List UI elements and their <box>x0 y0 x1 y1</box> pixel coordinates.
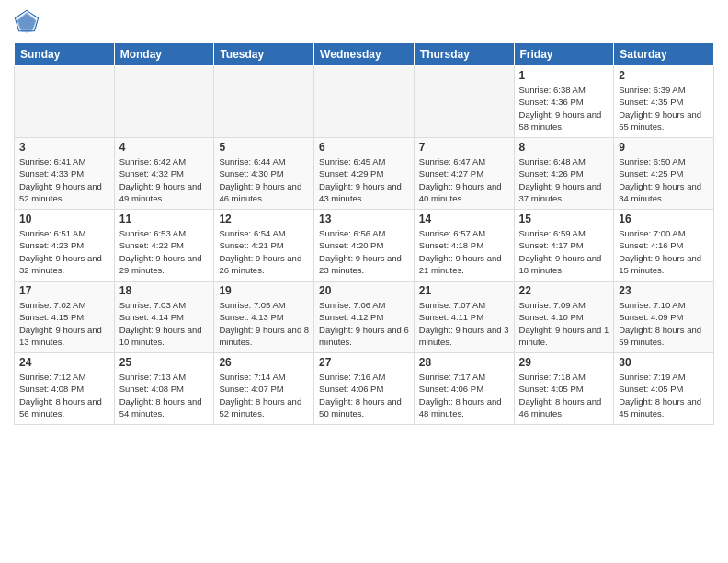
day-info: Sunrise: 7:06 AMSunset: 4:12 PMDaylight:… <box>319 299 409 348</box>
day-number: 22 <box>519 284 609 297</box>
calendar-week-row: 1Sunrise: 6:38 AMSunset: 4:36 PMDaylight… <box>15 66 714 138</box>
day-info: Sunrise: 6:42 AMSunset: 4:32 PMDaylight:… <box>119 155 210 204</box>
day-number: 9 <box>619 141 709 154</box>
calendar-cell: 7Sunrise: 6:47 AMSunset: 4:27 PMDaylight… <box>414 138 514 210</box>
day-number: 24 <box>19 356 109 369</box>
day-number: 30 <box>619 356 709 369</box>
day-info: Sunrise: 6:41 AMSunset: 4:33 PMDaylight:… <box>19 155 109 204</box>
day-info: Sunrise: 6:57 AMSunset: 4:18 PMDaylight:… <box>419 227 509 276</box>
calendar-cell: 6Sunrise: 6:45 AMSunset: 4:29 PMDaylight… <box>314 138 415 210</box>
day-info: Sunrise: 6:45 AMSunset: 4:29 PMDaylight:… <box>319 155 409 204</box>
calendar-cell: 24Sunrise: 7:12 AMSunset: 4:08 PMDayligh… <box>15 353 115 425</box>
calendar-week-row: 24Sunrise: 7:12 AMSunset: 4:08 PMDayligh… <box>15 353 714 425</box>
day-info: Sunrise: 6:54 AMSunset: 4:21 PMDaylight:… <box>219 227 309 276</box>
day-number: 18 <box>119 284 210 297</box>
day-number: 12 <box>219 213 309 225</box>
calendar-cell: 17Sunrise: 7:02 AMSunset: 4:15 PMDayligh… <box>15 282 115 353</box>
day-number: 16 <box>619 213 709 225</box>
day-info: Sunrise: 6:50 AMSunset: 4:25 PMDaylight:… <box>619 155 709 204</box>
day-number: 28 <box>419 356 509 369</box>
calendar-week-row: 10Sunrise: 6:51 AMSunset: 4:23 PMDayligh… <box>15 210 714 282</box>
day-info: Sunrise: 7:12 AMSunset: 4:08 PMDaylight:… <box>19 371 109 419</box>
day-info: Sunrise: 7:10 AMSunset: 4:09 PMDaylight:… <box>619 299 709 348</box>
weekday-header: Thursday <box>414 43 514 66</box>
weekday-header: Tuesday <box>214 43 314 66</box>
day-info: Sunrise: 6:59 AMSunset: 4:17 PMDaylight:… <box>519 227 609 276</box>
calendar-cell: 2Sunrise: 6:39 AMSunset: 4:35 PMDaylight… <box>614 66 714 138</box>
day-number: 19 <box>219 284 309 297</box>
day-info: Sunrise: 7:05 AMSunset: 4:13 PMDaylight:… <box>219 299 309 348</box>
calendar-cell: 20Sunrise: 7:06 AMSunset: 4:12 PMDayligh… <box>314 282 415 353</box>
day-info: Sunrise: 6:39 AMSunset: 4:35 PMDaylight:… <box>619 84 709 132</box>
page-container: SundayMondayTuesdayWednesdayThursdayFrid… <box>0 0 728 430</box>
day-number: 6 <box>319 141 409 154</box>
day-number: 10 <box>19 213 109 225</box>
calendar-cell: 10Sunrise: 6:51 AMSunset: 4:23 PMDayligh… <box>15 210 115 282</box>
day-number: 15 <box>519 213 609 225</box>
calendar-cell <box>114 66 214 138</box>
calendar-cell: 19Sunrise: 7:05 AMSunset: 4:13 PMDayligh… <box>214 282 314 353</box>
calendar-cell: 5Sunrise: 6:44 AMSunset: 4:30 PMDaylight… <box>214 138 314 210</box>
day-number: 27 <box>319 356 409 369</box>
day-info: Sunrise: 7:02 AMSunset: 4:15 PMDaylight:… <box>19 299 109 348</box>
day-info: Sunrise: 6:51 AMSunset: 4:23 PMDaylight:… <box>19 227 109 276</box>
day-number: 13 <box>319 213 409 225</box>
calendar-cell: 28Sunrise: 7:17 AMSunset: 4:06 PMDayligh… <box>414 353 514 425</box>
day-info: Sunrise: 7:09 AMSunset: 4:10 PMDaylight:… <box>519 299 609 348</box>
calendar-cell: 8Sunrise: 6:48 AMSunset: 4:26 PMDaylight… <box>514 138 614 210</box>
day-number: 20 <box>319 284 409 297</box>
calendar-cell: 22Sunrise: 7:09 AMSunset: 4:10 PMDayligh… <box>514 282 614 353</box>
day-number: 17 <box>19 284 109 297</box>
day-number: 29 <box>519 356 609 369</box>
day-number: 14 <box>419 213 509 225</box>
day-info: Sunrise: 7:14 AMSunset: 4:07 PMDaylight:… <box>219 371 309 419</box>
calendar-cell: 9Sunrise: 6:50 AMSunset: 4:25 PMDaylight… <box>614 138 714 210</box>
calendar-cell: 4Sunrise: 6:42 AMSunset: 4:32 PMDaylight… <box>114 138 214 210</box>
calendar-cell: 29Sunrise: 7:18 AMSunset: 4:05 PMDayligh… <box>514 353 614 425</box>
weekday-header: Sunday <box>15 43 115 66</box>
calendar-week-row: 17Sunrise: 7:02 AMSunset: 4:15 PMDayligh… <box>15 282 714 353</box>
day-info: Sunrise: 6:48 AMSunset: 4:26 PMDaylight:… <box>519 155 609 204</box>
day-number: 25 <box>119 356 210 369</box>
day-info: Sunrise: 6:47 AMSunset: 4:27 PMDaylight:… <box>419 155 509 204</box>
weekday-header: Wednesday <box>314 43 415 66</box>
calendar-cell: 30Sunrise: 7:19 AMSunset: 4:05 PMDayligh… <box>614 353 714 425</box>
calendar-week-row: 3Sunrise: 6:41 AMSunset: 4:33 PMDaylight… <box>15 138 714 210</box>
day-number: 2 <box>619 69 709 82</box>
calendar-cell: 27Sunrise: 7:16 AMSunset: 4:06 PMDayligh… <box>314 353 415 425</box>
day-info: Sunrise: 7:18 AMSunset: 4:05 PMDaylight:… <box>519 371 609 419</box>
logo-icon <box>14 9 40 35</box>
calendar-cell: 25Sunrise: 7:13 AMSunset: 4:08 PMDayligh… <box>114 353 214 425</box>
day-number: 7 <box>419 141 509 154</box>
calendar-cell: 18Sunrise: 7:03 AMSunset: 4:14 PMDayligh… <box>114 282 214 353</box>
day-number: 4 <box>119 141 210 154</box>
calendar-cell <box>15 66 115 138</box>
day-number: 23 <box>619 284 709 297</box>
day-info: Sunrise: 7:03 AMSunset: 4:14 PMDaylight:… <box>119 299 210 348</box>
day-info: Sunrise: 6:53 AMSunset: 4:22 PMDaylight:… <box>119 227 210 276</box>
calendar-table: SundayMondayTuesdayWednesdayThursdayFrid… <box>14 42 714 425</box>
calendar-header-row: SundayMondayTuesdayWednesdayThursdayFrid… <box>15 43 714 66</box>
calendar-cell <box>414 66 514 138</box>
calendar-cell: 11Sunrise: 6:53 AMSunset: 4:22 PMDayligh… <box>114 210 214 282</box>
day-number: 21 <box>419 284 509 297</box>
day-info: Sunrise: 7:13 AMSunset: 4:08 PMDaylight:… <box>119 371 210 419</box>
day-info: Sunrise: 7:00 AMSunset: 4:16 PMDaylight:… <box>619 227 709 276</box>
day-number: 3 <box>19 141 109 154</box>
calendar-cell: 12Sunrise: 6:54 AMSunset: 4:21 PMDayligh… <box>214 210 314 282</box>
calendar-cell: 15Sunrise: 6:59 AMSunset: 4:17 PMDayligh… <box>514 210 614 282</box>
day-number: 1 <box>519 69 609 82</box>
day-info: Sunrise: 7:19 AMSunset: 4:05 PMDaylight:… <box>619 371 709 419</box>
calendar-cell <box>214 66 314 138</box>
page-header <box>14 9 714 35</box>
logo <box>14 9 43 35</box>
day-info: Sunrise: 6:44 AMSunset: 4:30 PMDaylight:… <box>219 155 309 204</box>
day-number: 26 <box>219 356 309 369</box>
day-info: Sunrise: 7:16 AMSunset: 4:06 PMDaylight:… <box>319 371 409 419</box>
calendar-cell: 3Sunrise: 6:41 AMSunset: 4:33 PMDaylight… <box>15 138 115 210</box>
calendar-cell: 21Sunrise: 7:07 AMSunset: 4:11 PMDayligh… <box>414 282 514 353</box>
weekday-header: Monday <box>114 43 214 66</box>
day-info: Sunrise: 6:38 AMSunset: 4:36 PMDaylight:… <box>519 84 609 132</box>
calendar-cell: 26Sunrise: 7:14 AMSunset: 4:07 PMDayligh… <box>214 353 314 425</box>
weekday-header: Friday <box>514 43 614 66</box>
